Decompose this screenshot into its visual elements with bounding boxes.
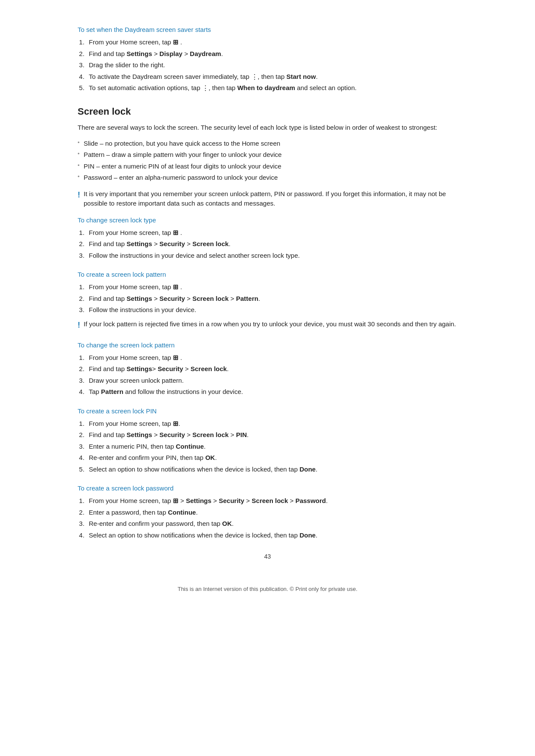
create-pin-section: To create a screen lock PIN From your Ho…: [78, 407, 457, 475]
bullet-slide: Slide – no protection, but you have quic…: [78, 138, 457, 149]
create-password-steps: From your Home screen, tap ⊞ > Settings …: [78, 496, 457, 540]
bullet-pin: PIN – enter a numeric PIN of at least fo…: [78, 161, 457, 172]
daydream-steps: From your Home screen, tap ⊞ . Find and …: [78, 37, 457, 93]
create-pattern-note: ! If your lock pattern is rejected five …: [78, 319, 457, 331]
change-pattern-step-4: Tap Pattern and follow the instructions …: [86, 387, 457, 397]
change-pattern-step-2: Find and tap Settings> Security > Screen…: [86, 364, 457, 374]
create-pattern-step-3: Follow the instructions in your device.: [86, 305, 457, 315]
bullet-password: Password – enter an alpha-numeric passwo…: [78, 172, 457, 183]
create-pattern-step-1: From your Home screen, tap ⊞ .: [86, 282, 457, 292]
create-pin-step-5: Select an option to show notifications w…: [86, 465, 457, 475]
change-lock-step-2: Find and tap Settings > Security > Scree…: [86, 239, 457, 249]
note-text-2: If your lock pattern is rejected five ti…: [84, 319, 456, 329]
create-pin-step-1: From your Home screen, tap ⊞.: [86, 419, 457, 429]
bullet-pattern: Pattern – draw a simple pattern with you…: [78, 149, 457, 160]
create-password-section: To create a screen lock password From yo…: [78, 484, 457, 540]
create-pin-link: To create a screen lock PIN: [78, 407, 457, 415]
change-pattern-step-1: From your Home screen, tap ⊞ .: [86, 353, 457, 363]
screen-lock-section: Screen lock There are several ways to lo…: [78, 106, 457, 540]
change-pattern-link: To change the screen lock pattern: [78, 341, 457, 349]
create-pattern-step-2: Find and tap Settings > Security > Scree…: [86, 294, 457, 304]
screen-lock-bullet-list: Slide – no protection, but you have quic…: [78, 138, 457, 183]
create-password-step-3: Re-enter and confirm your password, then…: [86, 519, 457, 529]
daydream-step-5: To set automatic activation options, tap…: [86, 83, 457, 93]
change-pattern-steps: From your Home screen, tap ⊞ . Find and …: [78, 353, 457, 397]
create-pin-steps: From your Home screen, tap ⊞. Find and t…: [78, 419, 457, 475]
note-icon: !: [78, 189, 80, 201]
note-icon-2: !: [78, 319, 80, 331]
change-lock-step-1: From your Home screen, tap ⊞ .: [86, 228, 457, 238]
change-pattern-section: To change the screen lock pattern From y…: [78, 341, 457, 397]
create-pattern-steps: From your Home screen, tap ⊞ . Find and …: [78, 282, 457, 315]
page-footer: This is an Internet version of this publ…: [78, 586, 457, 592]
create-password-step-2: Enter a password, then tap Continue.: [86, 508, 457, 518]
create-password-step-4: Select an option to show notifications w…: [86, 531, 457, 540]
daydream-step-3: Drag the slider to the right.: [86, 60, 457, 70]
note-text: It is very important that you remember y…: [84, 189, 457, 209]
daydream-link: To set when the Daydream screen saver st…: [78, 26, 457, 33]
screen-lock-heading: Screen lock: [78, 106, 457, 117]
create-pin-step-2: Find and tap Settings > Security > Scree…: [86, 430, 457, 440]
create-pin-step-4: Re-enter and confirm your PIN, then tap …: [86, 453, 457, 463]
screen-lock-description: There are several ways to lock the scree…: [78, 122, 457, 133]
create-pattern-link: To create a screen lock pattern: [78, 271, 457, 278]
create-pin-step-3: Enter a numeric PIN, then tap Continue.: [86, 442, 457, 452]
daydream-step-2: Find and tap Settings > Display > Daydre…: [86, 49, 457, 59]
change-lock-type-section: To change screen lock type From your Hom…: [78, 216, 457, 261]
screen-lock-note: ! It is very important that you remember…: [78, 189, 457, 209]
create-pattern-section: To create a screen lock pattern From you…: [78, 271, 457, 331]
daydream-step-4: To activate the Daydream screen saver im…: [86, 72, 457, 82]
change-lock-type-link: To change screen lock type: [78, 216, 457, 224]
change-lock-type-steps: From your Home screen, tap ⊞ . Find and …: [78, 228, 457, 261]
create-password-step-1: From your Home screen, tap ⊞ > Settings …: [86, 496, 457, 506]
daydream-step-1: From your Home screen, tap ⊞ .: [86, 37, 457, 47]
page-number: 43: [78, 553, 457, 560]
change-pattern-step-3: Draw your screen unlock pattern.: [86, 376, 457, 386]
create-password-link: To create a screen lock password: [78, 484, 457, 492]
daydream-section: To set when the Daydream screen saver st…: [78, 26, 457, 93]
change-lock-step-3: Follow the instructions in your device a…: [86, 251, 457, 261]
